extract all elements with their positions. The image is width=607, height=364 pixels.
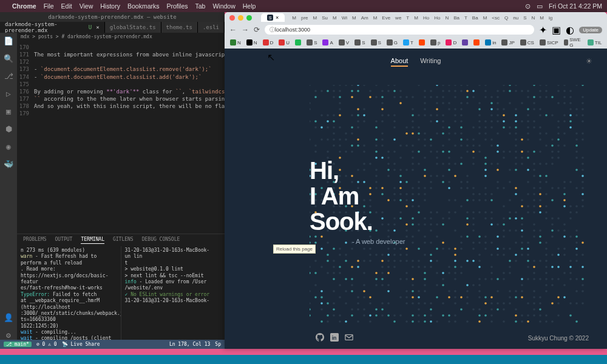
browser-tab[interactable]: Ho <box>432 15 442 21</box>
browser-tab[interactable]: <sc <box>490 15 501 21</box>
code-editor[interactable]: 170171The most important expressions fro… <box>17 41 225 234</box>
debug-icon[interactable]: ▷ <box>6 89 11 98</box>
lens-icon[interactable]: ◉ <box>6 142 11 151</box>
tab-theme[interactable]: theme.ts <box>161 22 198 33</box>
browser-tab[interactable]: M <box>350 15 358 21</box>
menu-help[interactable]: Help <box>243 2 256 10</box>
browser-tab[interactable]: M <box>538 15 546 21</box>
terminal[interactable]: n 273 ms (639 modules)warn - Fast Refres… <box>17 246 225 340</box>
ext-icon[interactable]: ▣ <box>6 107 11 116</box>
menu-edit[interactable]: Edit <box>61 2 72 10</box>
remote-icon[interactable]: ⬢ <box>5 124 12 133</box>
tab-terminal[interactable]: TERMINAL <box>81 237 104 244</box>
ext-icon-2[interactable]: ▣ <box>552 24 561 36</box>
forward-button[interactable]: → <box>242 25 249 34</box>
menu-history[interactable]: History <box>100 2 120 10</box>
wifi-icon[interactable]: ⊙ <box>525 2 531 10</box>
live-share[interactable]: 📡 Live Share <box>62 342 100 347</box>
update-button[interactable]: Update <box>579 27 602 33</box>
address-bar[interactable]: ⓘ localhost:3000 <box>265 25 534 35</box>
ext-icon[interactable]: ✦ <box>539 24 547 36</box>
minimize-window-icon[interactable] <box>238 15 243 21</box>
linkedin-icon[interactable]: in <box>330 333 339 343</box>
browser-tab[interactable]: Ba <box>452 15 461 21</box>
explorer-icon[interactable]: 📄 <box>4 36 13 46</box>
tab-debug[interactable]: DEBUG CONSOLE <box>142 237 180 244</box>
search-icon[interactable]: 🔍 <box>4 54 13 63</box>
bookmark-item[interactable]: SICP <box>538 39 560 46</box>
bookmark-item[interactable]: D <box>444 39 458 46</box>
menu-window[interactable]: Window <box>212 2 235 10</box>
tab-problems[interactable]: PROBLEMS <box>23 237 47 244</box>
browser-tab[interactable]: S <box>521 15 528 21</box>
browser-tab[interactable]: pre <box>299 15 310 21</box>
browser-tab[interactable]: Q <box>503 15 510 21</box>
bookmark-item[interactable]: S <box>305 39 319 46</box>
bookmark-item[interactable]: V <box>337 39 351 46</box>
cursor-pos[interactable]: Ln 178, Col 13 <box>169 342 210 347</box>
browser-tab[interactable]: M <box>371 15 379 21</box>
ext-icon-3[interactable]: ◐ <box>566 24 574 36</box>
bookmark-item[interactable]: N <box>228 39 243 46</box>
tab-gitlens[interactable]: GITLENS <box>113 237 134 244</box>
bookmark-item[interactable]: T <box>401 39 415 46</box>
reload-button[interactable]: ⟳ <box>254 25 260 34</box>
bookmark-item[interactable]: p <box>429 39 442 46</box>
bookmark-item[interactable] <box>460 39 470 46</box>
tab-darkmode[interactable]: darkmode-system-prerender.mdx U× <box>0 22 105 33</box>
bookmark-item[interactable]: JP <box>500 39 516 46</box>
theme-toggle-icon[interactable]: ☀ <box>586 57 592 66</box>
browser-tab[interactable]: Eve <box>380 15 392 21</box>
bookmark-item[interactable]: in <box>483 39 498 46</box>
browser-tab[interactable]: Wi <box>340 15 349 21</box>
maximize-window-icon[interactable] <box>246 15 252 21</box>
breadcrumb[interactable]: mdx > posts > # darkmode-system-prerende… <box>17 33 225 41</box>
browser-tab[interactable]: M <box>311 15 319 21</box>
browser-tab[interactable]: M <box>481 15 489 21</box>
tab-globalstate[interactable]: globalState.ts <box>105 22 161 33</box>
bookmark-item[interactable]: G <box>385 39 399 46</box>
browser-tab[interactable]: Am <box>359 15 370 21</box>
browser-tab[interactable]: T <box>463 15 469 21</box>
browser-tab[interactable]: N <box>443 15 450 21</box>
nav-writing[interactable]: Writing <box>420 57 441 67</box>
mail-icon[interactable] <box>345 333 353 343</box>
scm-icon[interactable]: ⎇ <box>4 72 13 81</box>
tab-output[interactable]: OUTPUT <box>55 237 73 244</box>
browser-tab[interactable]: ig <box>547 15 554 21</box>
docker-icon[interactable]: 🐳 <box>4 160 13 169</box>
github-icon[interactable] <box>316 333 324 343</box>
browser-tab[interactable]: Ba <box>470 15 480 21</box>
bookmark-item[interactable]: A <box>320 39 334 46</box>
browser-tab[interactable]: M <box>290 15 298 21</box>
bookmark-item[interactable]: U <box>277 39 291 46</box>
bookmark-item[interactable]: S <box>369 39 383 46</box>
browser-tab[interactable]: we <box>393 15 403 21</box>
browser-tab[interactable]: nu <box>511 15 520 21</box>
gear-icon[interactable]: ⚙ <box>6 331 11 340</box>
tab-eslint[interactable]: .esli <box>198 22 225 33</box>
errors[interactable]: ⊘ 0 ⚠ 0 <box>36 342 57 347</box>
browser-tab-active[interactable]: S× <box>261 13 285 22</box>
browser-tab[interactable]: M <box>331 15 339 21</box>
browser-tab[interactable]: Su <box>320 15 330 21</box>
account-icon[interactable]: 👤 <box>4 313 13 322</box>
branch-name[interactable]: ⎇ main* <box>4 342 32 347</box>
menu-tab[interactable]: Tab <box>195 2 205 10</box>
app-name[interactable]: Chrome <box>12 2 36 10</box>
bookmark-item[interactable]: TIL <box>586 39 604 46</box>
bookmark-item[interactable]: S <box>353 39 367 46</box>
battery-icon[interactable]: ▭ <box>537 2 543 10</box>
bookmark-item[interactable]: CS <box>518 39 536 46</box>
menu-file[interactable]: File <box>44 2 54 10</box>
bookmark-item[interactable] <box>472 39 481 46</box>
close-window-icon[interactable] <box>229 15 235 21</box>
close-icon[interactable]: × <box>96 24 99 30</box>
browser-tab[interactable]: N <box>529 15 537 21</box>
bookmark-item[interactable]: D <box>261 39 276 46</box>
clock[interactable]: Fri Oct 21 4:22 PM <box>549 2 602 10</box>
bookmark-item[interactable]: N <box>245 39 259 46</box>
browser-tab[interactable]: M <box>412 15 420 21</box>
menu-bookmarks[interactable]: Bookmarks <box>127 2 160 10</box>
nav-about[interactable]: About <box>391 57 409 67</box>
